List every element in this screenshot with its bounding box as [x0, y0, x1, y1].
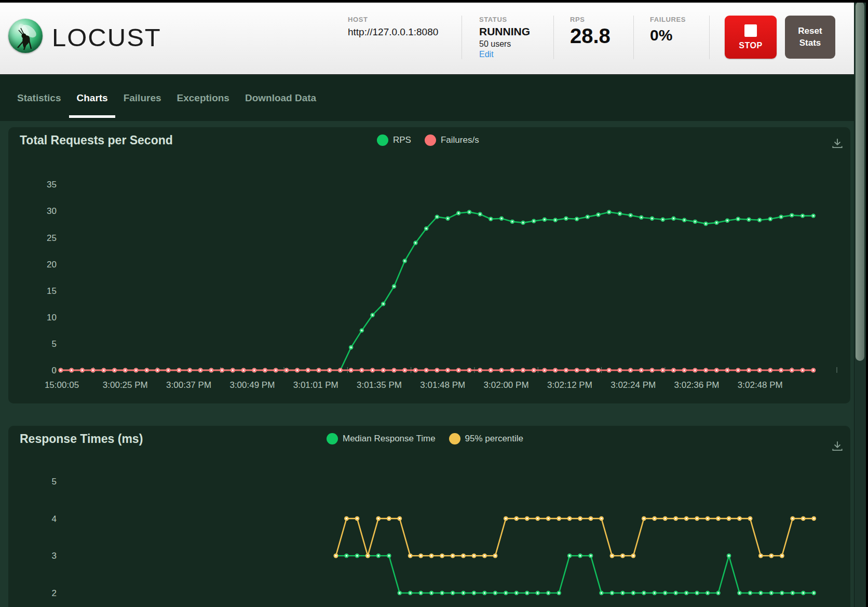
- svg-text:15: 15: [47, 286, 57, 296]
- failures-label: FAILURES: [650, 16, 686, 23]
- screen-right-edge: [866, 0, 868, 607]
- svg-text:10: 10: [47, 313, 57, 322]
- rps-legend-dot-icon: [377, 134, 388, 146]
- tab-statistics[interactable]: Statistics: [10, 75, 68, 121]
- edit-link[interactable]: Edit: [479, 50, 530, 59]
- svg-text:3:00:37 PM: 3:00:37 PM: [166, 380, 211, 390]
- svg-text:2: 2: [52, 588, 57, 598]
- status-value: RUNNING: [479, 25, 530, 38]
- percentile-legend-label: 95% percentile: [465, 434, 523, 444]
- rps-block: RPS 28.8: [570, 16, 611, 46]
- locust-logo-icon: [8, 19, 43, 53]
- download-chart-icon[interactable]: [831, 137, 844, 150]
- tab-download-data[interactable]: Download Data: [238, 75, 323, 121]
- failures-legend-dot-icon: [425, 134, 436, 146]
- stop-button-label: STOP: [739, 41, 762, 50]
- divider: [553, 16, 554, 59]
- app-header: LOCUST HOST http://127.0.0.1:8080 STATUS…: [0, 0, 854, 75]
- svg-text:3:02:24 PM: 3:02:24 PM: [611, 380, 656, 390]
- status-block: STATUS RUNNING 50 users Edit: [479, 16, 530, 59]
- tab-failures[interactable]: Failures: [116, 75, 169, 121]
- divider: [709, 16, 710, 59]
- host-label: HOST: [348, 16, 438, 23]
- rps-value: 28.8: [570, 25, 611, 46]
- svg-text:3:02:48 PM: 3:02:48 PM: [738, 380, 783, 390]
- reset-button-line1: Reset: [798, 25, 822, 37]
- stop-button[interactable]: STOP: [725, 16, 777, 59]
- window-top-strip: [0, 0, 868, 3]
- rps-legend-label: RPS: [393, 135, 411, 145]
- tab-exceptions[interactable]: Exceptions: [170, 75, 237, 121]
- svg-text:3:01:48 PM: 3:01:48 PM: [420, 380, 465, 390]
- requests-per-second-chart: 0510152025303515:00:053:00:25 PM3:00:37 …: [8, 127, 850, 403]
- svg-text:5: 5: [52, 477, 57, 487]
- chart1-title: Total Requests per Second: [20, 133, 173, 147]
- svg-text:5: 5: [52, 339, 57, 349]
- response-times-chart: 2345: [8, 426, 850, 607]
- stop-square-icon: [744, 24, 757, 37]
- chart2-title: Response Times (ms): [20, 432, 143, 446]
- tab-charts[interactable]: Charts: [69, 75, 115, 121]
- host-block: HOST http://127.0.0.1:8080: [348, 16, 438, 38]
- svg-text:4: 4: [52, 514, 57, 524]
- median-legend-label: Median Response Time: [343, 434, 436, 444]
- chart2-legend: Median Response Time 95% percentile: [327, 433, 523, 444]
- svg-text:35: 35: [47, 180, 57, 190]
- svg-text:3:00:49 PM: 3:00:49 PM: [229, 380, 275, 390]
- svg-text:0: 0: [52, 366, 57, 375]
- svg-text:15:00:05: 15:00:05: [45, 380, 79, 390]
- reset-button-line2: Stats: [799, 37, 821, 49]
- failures-value: 0%: [650, 28, 686, 43]
- divider: [462, 16, 462, 59]
- svg-text:30: 30: [47, 206, 57, 216]
- svg-text:3: 3: [52, 551, 57, 561]
- svg-text:3:01:01 PM: 3:01:01 PM: [293, 380, 338, 390]
- failures-legend-label: Failures/s: [441, 135, 479, 145]
- svg-text:3:00:25 PM: 3:00:25 PM: [103, 380, 148, 390]
- svg-text:20: 20: [47, 260, 57, 269]
- svg-text:3:02:36 PM: 3:02:36 PM: [674, 380, 720, 390]
- svg-text:25: 25: [47, 233, 57, 243]
- host-value: http://127.0.0.1:8080: [348, 26, 438, 38]
- svg-text:3:01:35 PM: 3:01:35 PM: [357, 380, 402, 390]
- svg-text:3:02:00 PM: 3:02:00 PM: [484, 380, 529, 390]
- rps-label: RPS: [570, 16, 611, 23]
- status-label: STATUS: [479, 16, 530, 23]
- divider: [633, 16, 634, 59]
- percentile-legend-dot-icon: [449, 433, 460, 444]
- download-chart-icon[interactable]: [831, 439, 844, 453]
- scrollbar-thumb[interactable]: [856, 2, 864, 361]
- requests-chart-panel: Total Requests per Second RPS Failures/s…: [8, 127, 850, 403]
- response-times-chart-panel: Response Times (ms) Median Response Time…: [8, 426, 850, 607]
- chart1-legend: RPS Failures/s: [377, 134, 479, 146]
- app-title: LOCUST: [52, 23, 161, 52]
- failures-block: FAILURES 0%: [650, 16, 686, 43]
- main-nav: Statistics Charts Failures Exceptions Do…: [0, 75, 854, 121]
- reset-stats-button[interactable]: Reset Stats: [785, 16, 835, 59]
- user-count: 50 users: [479, 39, 530, 49]
- median-legend-dot-icon: [327, 433, 338, 444]
- svg-text:3:02:12 PM: 3:02:12 PM: [547, 380, 592, 390]
